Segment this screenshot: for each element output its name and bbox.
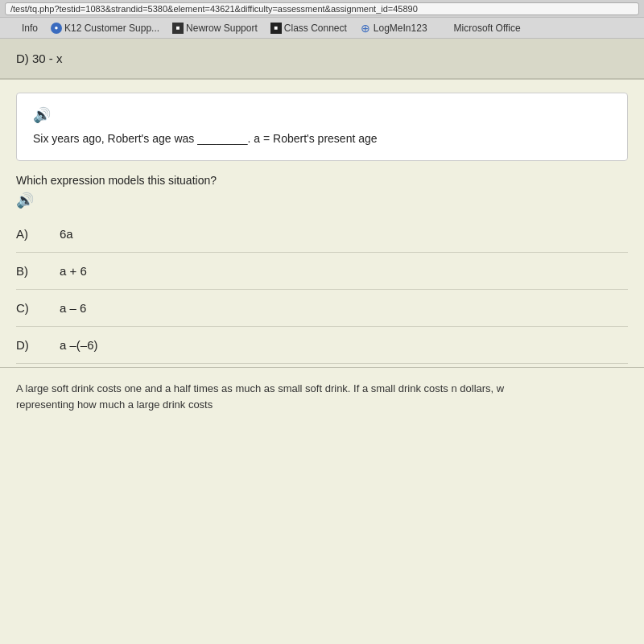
next-question-preview: A large soft drink costs one and a half … bbox=[0, 367, 644, 412]
audio-button-2[interactable]: 🔊 bbox=[16, 192, 628, 209]
bookmark-msoffice[interactable]: Microsoft Office bbox=[437, 21, 524, 35]
bookmarks-bar: Info ● K12 Customer Supp... ■ Newrow Sup… bbox=[0, 18, 644, 39]
bookmark-newrow[interactable]: ■ Newrow Support bbox=[169, 21, 261, 35]
bookmark-logmein[interactable]: ⊕ LogMeIn123 bbox=[357, 21, 431, 35]
bookmark-newrow-label: Newrow Support bbox=[186, 23, 258, 34]
info-icon bbox=[8, 23, 19, 34]
audio-button-1[interactable]: 🔊 bbox=[33, 106, 611, 124]
bookmark-classconnect-label: Class Connect bbox=[284, 23, 347, 34]
answer-row-c[interactable]: C) a – 6 bbox=[16, 290, 628, 327]
bookmark-classconnect[interactable]: ■ Class Connect bbox=[267, 21, 350, 35]
newrow-icon: ■ bbox=[172, 23, 184, 34]
which-expression-label: Which expression models this situation? bbox=[16, 174, 628, 187]
answer-row-b[interactable]: B) a + 6 bbox=[16, 253, 628, 290]
answer-row-a[interactable]: A) 6a bbox=[16, 216, 628, 253]
url-bar[interactable]: /test/tq.php?testid=1083&strandid=5380&e… bbox=[5, 2, 639, 15]
answer-value-b: a + 6 bbox=[60, 264, 87, 278]
url-bar-container: /test/tq.php?testid=1083&strandid=5380&e… bbox=[0, 0, 644, 18]
classconnect-icon: ■ bbox=[270, 23, 282, 34]
bookmark-info[interactable]: Info bbox=[5, 21, 41, 35]
bookmark-msoffice-label: Microsoft Office bbox=[454, 23, 521, 34]
msoffice-icon bbox=[440, 23, 452, 34]
question-box: 🔊 Six years ago, Robert's age was ______… bbox=[16, 93, 628, 161]
next-question-text-2: representing how much a large drink cost… bbox=[16, 397, 628, 413]
answer-value-a: 6a bbox=[60, 227, 73, 241]
answer-value-d: a –(–6) bbox=[60, 338, 98, 352]
bookmark-logmein-label: LogMeIn123 bbox=[374, 23, 427, 34]
answer-letter-a: A) bbox=[16, 227, 35, 241]
answer-row-d[interactable]: D) a –(–6) bbox=[16, 327, 628, 364]
answer-letter-c: C) bbox=[16, 301, 35, 315]
which-expression-section: Which expression models this situation? … bbox=[0, 174, 644, 209]
answer-choices: A) 6a B) a + 6 C) a – 6 D) a –(–6) bbox=[0, 216, 644, 364]
k12-icon: ● bbox=[51, 23, 62, 34]
prev-answer: D) 30 - x bbox=[16, 52, 63, 65]
main-content: D) 30 - x 🔊 Six years ago, Robert's age … bbox=[0, 39, 644, 644]
bookmark-k12-label: K12 Customer Supp... bbox=[64, 23, 159, 34]
next-question-text: A large soft drink costs one and a half … bbox=[16, 381, 628, 397]
answer-letter-b: B) bbox=[16, 264, 35, 278]
logmein-icon: ⊕ bbox=[360, 23, 371, 34]
prev-question-area: D) 30 - x bbox=[0, 39, 644, 79]
answer-value-c: a – 6 bbox=[60, 301, 86, 315]
question-box-wrapper: 🔊 Six years ago, Robert's age was ______… bbox=[0, 80, 644, 161]
bookmark-info-label: Info bbox=[22, 23, 38, 34]
answer-letter-d: D) bbox=[16, 338, 35, 352]
question-text: Six years ago, Robert's age was ________… bbox=[33, 130, 611, 147]
bookmark-k12[interactable]: ● K12 Customer Supp... bbox=[47, 21, 163, 35]
